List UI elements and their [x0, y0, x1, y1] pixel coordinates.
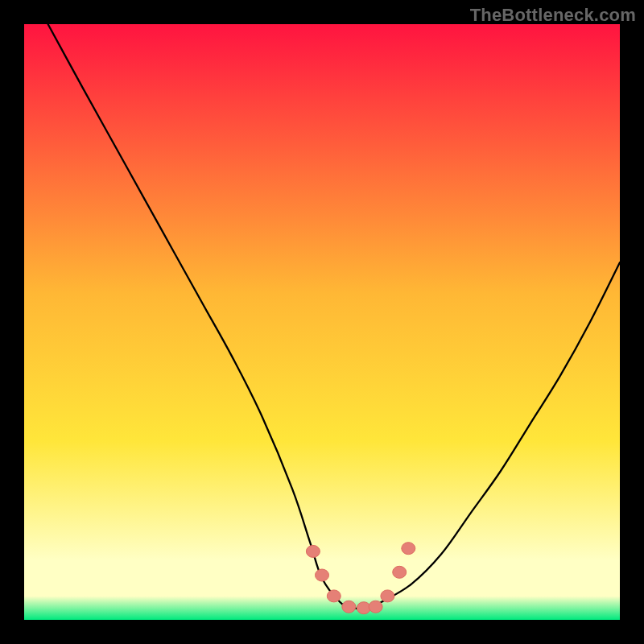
curve-marker: [327, 590, 341, 602]
curve-marker: [381, 590, 394, 602]
curve-marker: [342, 601, 356, 613]
curve-marker: [306, 545, 320, 557]
curve-marker: [369, 601, 382, 613]
bottleneck-chart: [0, 0, 644, 644]
chart-container: TheBottleneck.com: [0, 0, 644, 644]
curve-marker: [402, 543, 415, 555]
watermark-text: TheBottleneck.com: [470, 5, 636, 26]
plot-area: [24, 24, 620, 620]
curve-marker: [393, 566, 407, 578]
curve-marker: [316, 569, 329, 581]
